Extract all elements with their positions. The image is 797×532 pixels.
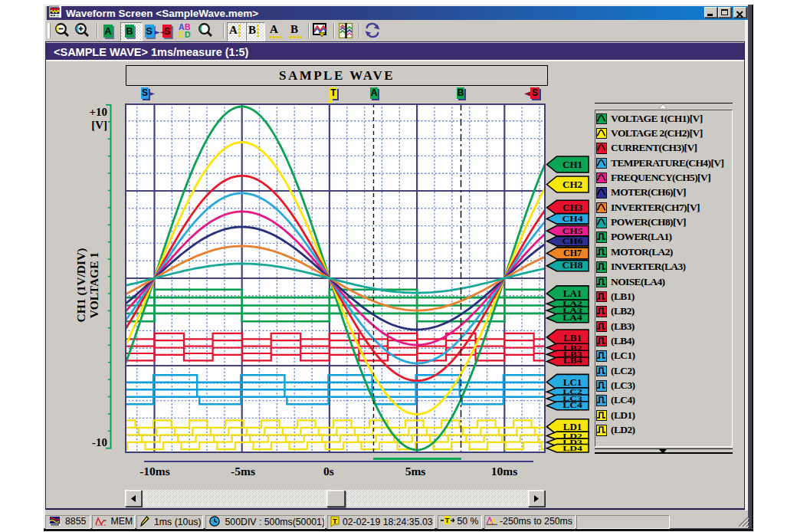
svg-text:LA1: LA1 <box>563 287 582 299</box>
svg-text:LA4: LA4 <box>562 314 582 323</box>
svg-text:T: T <box>444 517 449 524</box>
svg-text:T: T <box>333 517 337 524</box>
svg-text:CH7: CH7 <box>563 248 582 258</box>
svg-text:CH3: CH3 <box>562 202 583 213</box>
svg-text:LB1: LB1 <box>563 332 582 343</box>
svg-text:LA3: LA3 <box>562 307 582 314</box>
svg-text:CH8: CH8 <box>562 261 583 271</box>
svg-text:LB4: LB4 <box>563 357 582 365</box>
svg-text:CH5: CH5 <box>562 226 583 236</box>
svg-text:LC4: LC4 <box>562 402 582 409</box>
svg-text:CH2: CH2 <box>562 179 582 190</box>
svg-text:LD1: LD1 <box>563 421 582 432</box>
svg-text:CH6: CH6 <box>562 237 583 246</box>
svg-text:LC1: LC1 <box>563 376 582 388</box>
svg-text:CH4: CH4 <box>562 214 583 224</box>
svg-text:LD4: LD4 <box>562 445 582 452</box>
svg-text:CH1: CH1 <box>562 159 582 170</box>
